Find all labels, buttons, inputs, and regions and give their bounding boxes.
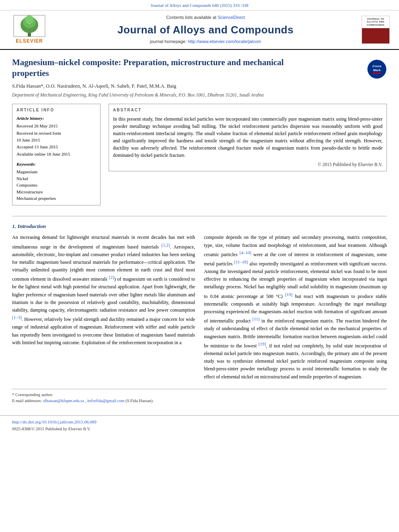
introduction-section: 1. Introduction An increasing demand for…: [12, 223, 387, 380]
abstract-text: In this present study, fine elemental ni…: [113, 115, 383, 159]
keyword-1: Magnesium: [16, 169, 96, 175]
history-received-revised-date: 10 June 2015: [16, 137, 96, 143]
introduction-body: An increasing demand for lightweight str…: [12, 234, 387, 380]
abstract-copyright: © 2015 Published by Elsevier B.V.: [113, 161, 383, 168]
paper-title: Magnesium–nickel composite: Preparation,…: [12, 57, 286, 79]
svg-text:Mark: Mark: [373, 68, 381, 72]
history-available: Available online 18 June 2015: [16, 151, 96, 157]
history-received-revised-label: Received in revised form: [16, 130, 96, 136]
elsevier-brand-label: ELSEVIER: [16, 38, 43, 45]
section-divider: [12, 216, 387, 216]
elsevier-tree-icon: [13, 15, 45, 37]
intro-left-col: An increasing demand for lightweight str…: [12, 234, 195, 380]
footnote-email1-link[interactable]: sfhassan@kfupm.edu.sa: [43, 398, 84, 403]
intro-right-text: composite depends on the type of primary…: [204, 234, 387, 380]
introduction-heading: 1. Introduction: [12, 223, 387, 230]
journal-header: ELSEVIER Contents lists available at Sci…: [0, 10, 399, 49]
keyword-2: Nickel: [16, 176, 96, 182]
homepage-url[interactable]: http://www.elsevier.com/locate/jalcom: [188, 39, 261, 44]
bottom-bar: http://dx.doi.org/10.1016/j.jallcom.2015…: [0, 415, 399, 435]
doi-link[interactable]: http://dx.doi.org/10.1016/j.jallcom.2015…: [12, 419, 97, 424]
article-info-section-title: ARTICLE INFO: [16, 107, 96, 113]
logo-text: JOURNAL OF ALLOYS AND COMPOUNDS: [362, 16, 389, 28]
ref-11: [11]: [253, 316, 260, 321]
sciencedirect-link[interactable]: ScienceDirect: [218, 15, 245, 20]
ref-1-3: [1–3]: [12, 315, 22, 320]
bottom-copyright-text: 0925-8388/© 2015 Published by Elsevier B…: [12, 426, 387, 432]
article-info-col: ARTICLE INFO Article history: Received 2…: [12, 104, 101, 210]
paper-content: Cross Mark Magnesium–nickel composite: P…: [0, 50, 399, 412]
logo-color-block: [362, 28, 389, 43]
footnote-email-line: E-mail addresses: sfhassan@kfupm.edu.sa …: [12, 398, 387, 404]
keyword-3: Composites: [16, 182, 96, 188]
footnote-email2-link[interactable]: itsforfida@gmail.com: [87, 398, 125, 403]
keyword-5: Mechanical properties: [16, 195, 96, 201]
sciencedirect-line: Contents lists available at ScienceDirec…: [56, 14, 356, 21]
journal-main-title: Journal of Alloys and Compounds: [56, 23, 356, 37]
footnote-corresponding: * Corresponding author.: [12, 392, 387, 398]
history-received: Received 26 May 2015: [16, 123, 96, 129]
article-info-abstract-section: ARTICLE INFO Article history: Received 2…: [12, 104, 387, 210]
footnote-email-suffix: (S.Fida Hassan).: [125, 398, 154, 403]
journal-citation-bar: Journal of Alloys and Compounds 646 (201…: [0, 0, 399, 10]
journal-title-area: Contents lists available at ScienceDirec…: [56, 14, 356, 45]
ref-4-10: [4–10]: [240, 250, 251, 255]
svg-text:Cross: Cross: [372, 64, 382, 68]
authors-line: S.Fida Hassan*, O.O. Nasirudeen, N. Al-A…: [12, 83, 387, 90]
history-accepted: Accepted 13 June 2015: [16, 144, 96, 150]
keywords-area: Keywords: Magnesium Nickel Composites Mi…: [16, 161, 96, 201]
footnote-section: * Corresponding author. E-mail addresses…: [12, 389, 387, 405]
abstract-section-title: ABSTRACT: [113, 107, 383, 113]
journal-logo-box: JOURNAL OF ALLOYS AND COMPOUNDS: [362, 16, 390, 44]
crossmark-area: Cross Mark: [367, 59, 387, 81]
abstract-box: ABSTRACT In this present study, fine ele…: [109, 104, 387, 171]
intro-right-col: composite depends on the type of primary…: [204, 234, 387, 380]
elsevier-logo: ELSEVIER: [7, 15, 51, 45]
contents-text: Contents lists available at: [166, 15, 216, 20]
keywords-label: Keywords:: [16, 161, 96, 167]
elsevier-logo-area: ELSEVIER: [7, 15, 51, 45]
logo-label: JOURNAL OF ALLOYS AND COMPOUNDS: [363, 18, 389, 27]
article-history-label: Article history:: [16, 115, 96, 121]
journal-homepage-line: journal homepage: http://www.elsevier.co…: [56, 39, 356, 45]
footnote-email-sep: ,: [85, 398, 86, 403]
svg-point-3: [25, 15, 33, 24]
footnote-star-label: * Corresponding author.: [12, 392, 53, 397]
article-info-box: ARTICLE INFO Article history: Received 2…: [12, 104, 101, 206]
footnote-email-label: E-mail addresses:: [12, 398, 42, 403]
journal-logo-area: JOURNAL OF ALLOYS AND COMPOUNDS: [360, 16, 392, 44]
crossmark-icon: Cross Mark: [367, 59, 387, 79]
keyword-4: Microstructure: [16, 189, 96, 195]
intro-left-text: An increasing demand for lightweight str…: [12, 234, 195, 347]
ref-19: [19]: [285, 292, 292, 297]
ref-19b: [19]: [259, 341, 266, 346]
homepage-label: journal homepage:: [150, 39, 187, 44]
ref-2: [2]: [109, 275, 114, 279]
journal-citation-text: Journal of Alloys and Compounds 646 (201…: [151, 3, 249, 8]
ref-1-2: [1,2]: [161, 242, 170, 247]
ref-11-18: [11–18]: [234, 259, 248, 264]
affiliation-text: Department of Mechanical Engineering, Ki…: [12, 92, 387, 98]
authors-text: S.Fida Hassan*, O.O. Nasirudeen, N. Al-A…: [12, 83, 176, 89]
abstract-col: ABSTRACT In this present study, fine ele…: [109, 104, 387, 210]
